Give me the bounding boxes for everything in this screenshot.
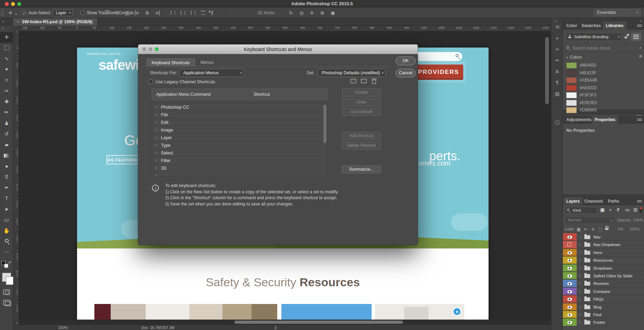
layer-name[interactable]: FAQs [593,297,604,302]
tool-preset-caret-icon[interactable]: ▾ [15,11,17,17]
filter-shape-layers-icon[interactable]: ▭ [625,207,629,212]
disclosure-chevron-icon[interactable]: › [579,320,581,324]
workspace-switcher[interactable]: Essentials ▾ [594,9,641,16]
disclosure-chevron-icon[interactable]: › [579,266,581,270]
library-color-item[interactable]: #AE4332 [563,84,644,92]
layer-name[interactable]: Safest Cities by State [593,273,633,278]
edit-toolbar-button[interactable]: ⋯ [0,247,13,258]
layer-row[interactable]: › Dropdown [563,264,644,272]
3d-camera-icon[interactable]: ◉ [331,10,335,16]
layer-name[interactable]: Compare [593,289,610,294]
eraser-tool[interactable]: ▰ [0,139,13,150]
disclosure-chevron-icon[interactable]: › [155,104,157,109]
align-horizontal-centers-icon[interactable] [144,10,150,16]
tab-keyboard-shortcuts[interactable]: Keyboard Shortcuts [146,58,195,67]
visibility-eye-icon[interactable] [567,290,572,293]
layer-name[interactable]: Find [593,312,601,317]
save-set-as-icon[interactable] [361,79,367,83]
command-row[interactable]: › File [152,111,328,119]
layer-name[interactable]: Blog [593,305,602,310]
character-panel-icon[interactable]: A [551,69,563,74]
cancel-button[interactable]: Cancel [396,69,416,77]
color-swatch-pair[interactable] [2,273,11,282]
vertical-scrollbar[interactable] [545,37,549,104]
tab-overflow-icon[interactable]: » [2,19,4,23]
adobe-stock-search[interactable]: Search Adobe Stock ▾ [563,44,644,53]
color-swatch[interactable] [566,92,577,98]
lock-transparency-icon[interactable]: ▦ [577,227,581,232]
command-row[interactable]: › Filter [152,157,328,164]
use-default-button[interactable]: Use Default [342,108,381,116]
status-chevron-icon[interactable]: ❯ [274,325,277,329]
layer-name[interactable]: Resources [593,258,613,263]
lock-position-icon[interactable]: ✛ [591,227,595,232]
distribute-right-edges-icon[interactable] [190,10,196,16]
spot-healing-brush-tool[interactable]: ✚ [0,96,13,107]
library-color-item[interactable]: #D8B983 [563,107,644,114]
layer-row[interactable]: › Safest Cities by State [563,272,644,280]
brush-tool[interactable]: ✏ [0,107,13,118]
disclosure-chevron-icon[interactable]: › [579,281,581,285]
filter-type-layers-icon[interactable]: T [617,207,620,212]
disclosure-chevron-icon[interactable]: › [155,166,157,170]
3d-roll-icon[interactable]: ◎ [299,10,304,16]
disclosure-chevron-icon[interactable]: › [155,158,157,163]
history-brush-tool[interactable]: ↺ [0,129,13,139]
library-selector-dropdown[interactable]: SafeWise Branding ▾ [566,33,622,41]
disclosure-chevron-icon[interactable]: › [579,289,581,293]
document-tab[interactable]: ×SW-Index-R5.psd @ 100% (RGB/8) [13,18,98,26]
layer-row[interactable]: › Compare [563,288,644,295]
3d-orbit-icon[interactable]: ↻ [289,10,293,16]
disclosure-chevron-icon[interactable]: › [579,273,581,278]
color-swatch[interactable] [566,62,577,68]
horizontal-scrollbar[interactable] [235,321,403,324]
panel-menu-icon[interactable] [637,119,642,121]
color-swatch[interactable] [566,100,577,106]
command-row[interactable]: › Edit [152,119,328,126]
panel-menu-icon[interactable] [637,25,642,27]
align-left-edges-icon[interactable] [134,10,140,16]
layer-name[interactable]: Dropdown [593,266,612,271]
layer-row[interactable]: › Find [563,311,644,319]
library-color-item[interactable]: #4E423F [563,69,644,77]
list-view-icon[interactable] [631,33,641,41]
command-list-scrollbar[interactable] [323,105,327,143]
disclosure-chevron-icon[interactable]: › [579,297,581,301]
opacity-value[interactable]: 100% [633,218,643,222]
gradient-tool[interactable] [0,150,13,161]
disclosure-chevron-icon[interactable]: › [155,135,157,140]
pen-tool[interactable]: ✒ [0,183,13,193]
distribute-spacing-icon[interactable] [208,10,214,16]
visibility-eye-icon[interactable] [567,251,572,254]
add-shortcut-button[interactable]: Add Shortcut [342,132,381,140]
visibility-eye-icon[interactable] [567,243,571,246]
brush-presets-panel-icon[interactable]: ✑ [551,46,563,52]
distribute-horizontal-centers-icon[interactable] [180,10,186,16]
3d-pan-icon[interactable]: ✛ [310,10,314,16]
history-panel-icon[interactable]: ⟲ [551,24,563,30]
panel-scroll-thumb[interactable] [639,55,642,58]
disclosure-chevron-icon[interactable]: › [579,258,581,262]
visibility-eye-icon[interactable] [567,274,572,278]
crop-tool[interactable]: ⌗ [0,75,13,86]
disclosure-chevron-icon[interactable]: › [579,242,581,246]
layer-name[interactable]: Nav Dropdown [593,242,620,247]
align-top-edges-icon[interactable] [104,10,110,16]
clone-source-panel-icon[interactable]: ▤ [551,91,563,96]
grid-view-icon[interactable] [625,34,629,39]
shortcuts-for-dropdown[interactable]: Application Menus ▾ [179,69,244,77]
layer-row[interactable]: › FAQs [563,295,644,303]
ok-button[interactable]: OK [396,57,416,65]
info-panel-icon[interactable]: ⓘ [551,120,563,126]
layer-row[interactable]: › Hero [563,249,644,256]
tab-layers[interactable]: Layers [564,197,583,205]
blend-mode-dropdown[interactable]: Normal ▾ [565,217,614,224]
brush-settings-panel-icon[interactable]: ✏ [551,58,563,63]
show-transform-checkbox[interactable] [80,11,85,15]
visibility-eye-icon[interactable] [567,236,572,239]
undo-button[interactable]: Undo [342,98,381,106]
tab-properties[interactable]: Properties [592,116,618,124]
color-swatch[interactable] [566,85,577,91]
panel-menu-icon[interactable] [637,200,642,203]
distribute-top-edges-icon[interactable] [200,10,206,16]
